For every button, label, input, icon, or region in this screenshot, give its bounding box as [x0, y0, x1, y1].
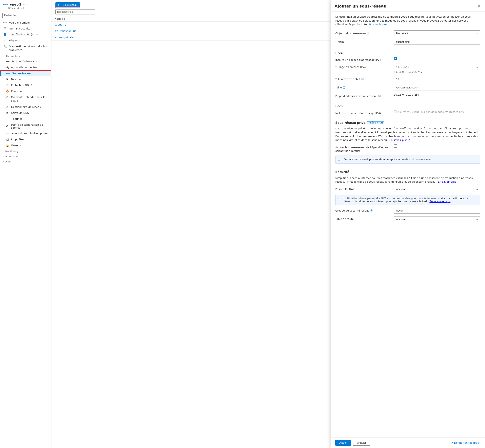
add-subnet-button[interactable]: + + Sous-réseau — [56, 2, 80, 7]
passerelle-nat-info-icon[interactable]: ⓘ — [355, 187, 357, 191]
sidebar-item-gestionnaire[interactable]: ⚙ Gestionnaire de réseau — [0, 104, 51, 110]
table-column-name: Nom ↑↓ — [55, 17, 65, 20]
sidebar-item-espace[interactable]: ⟷ Espace d'adressage — [0, 58, 51, 64]
appareils-icon: 🔌 — [6, 66, 9, 69]
info-note-text: Ce paramètre n'est plus modifiable après… — [343, 158, 432, 161]
sidebar-item-controle[interactable]: 👤 Contrôle d'accès (IAM) — [0, 32, 51, 37]
sidebar-item-points-terminaison[interactable]: ⚙ Points de terminaison de service — [0, 122, 51, 131]
private-section-header: Sous-réseau privé PRÉVERSION — [335, 121, 480, 125]
add-subnet-label: + Sous-réseau — [61, 3, 77, 6]
sidebar-item-label: Verrous — [11, 144, 21, 147]
cancel-button[interactable]: Annuler — [353, 440, 370, 446]
sidebar-item-verrous[interactable]: 🔒 Verrous — [0, 143, 51, 148]
add-button[interactable]: Ajouter — [335, 440, 351, 446]
feedback-link[interactable]: ↗ Donner un feedback — [451, 441, 480, 444]
sidebar-item-points-terminaison-prives[interactable]: ⟷ Points de terminaison privés — [0, 131, 51, 136]
vue-ensemble-icon: ⟷ — [3, 21, 7, 24]
main-search-input[interactable] — [56, 9, 95, 15]
peerings-icon: ⟷ — [6, 117, 9, 120]
securite-desc: Simplifiez l'accès à Internet pour les m… — [335, 176, 480, 184]
sidebar-navigation: ⟷ Vue d'ensemble 📋 Journal d'activité 👤 … — [0, 20, 51, 448]
table-route-control: Aucun(e) — [394, 216, 480, 222]
private-subnet-description: Les sous-réseaux privés améliorent la sé… — [335, 127, 480, 142]
activer-prive-checkbox[interactable] — [394, 144, 397, 148]
sidebar-item-appareils[interactable]: 🔌 Appareils connectés — [0, 64, 51, 70]
sidebar-item-journal[interactable]: 📋 Journal d'activité — [0, 25, 51, 32]
plage-sous-reseau-text: 10.0.3.0 - 10.0.3.255 — [394, 93, 419, 96]
groupe-securite-select[interactable]: Aucun — [394, 208, 480, 214]
table-route-select[interactable]: Aucun(e) — [394, 216, 480, 222]
groupe-securite-row: Groupe de sécurité réseau ⓘ Aucun — [335, 208, 480, 214]
sidebar-item-proprietes[interactable]: 📊 Propriétés — [0, 136, 51, 143]
objectif-label: Objectif du sous-réseau ⓘ — [335, 31, 391, 35]
objectif-info-icon[interactable]: ⓘ — [367, 32, 369, 35]
bastion-icon: ✖ — [6, 78, 9, 81]
plage-ipv4-select[interactable]: 10.0.0.0/16 — [394, 64, 480, 70]
sidebar-item-bastion[interactable]: ✖ Bastion — [0, 76, 51, 82]
favorite-icon[interactable]: ☆ — [23, 3, 25, 6]
taille-control: /24 (256 adresses) — [394, 85, 480, 90]
learn-more-link[interactable]: En savoir plus ↗ — [369, 23, 390, 26]
adresse-debut-info-icon[interactable]: ⓘ — [361, 77, 364, 81]
objectif-select[interactable]: Par défaut — [394, 31, 480, 36]
nat-info-box: ℹ L'utilisation d'une passerelle NAT est… — [335, 195, 480, 205]
sidebar-item-label: Contrôle d'accès (IAM) — [9, 33, 38, 36]
sidebar-section-monitoring[interactable]: › Monitoring — [0, 148, 51, 153]
securite-learn-more-link[interactable]: En savoir plus — [438, 180, 456, 183]
adresse-debut-input[interactable] — [394, 76, 480, 82]
sidebar-section-parametres[interactable]: ∨ Paramètres — [0, 53, 51, 58]
sidebar-item-label: Vue d'ensemble — [9, 21, 30, 24]
nom-control — [394, 39, 480, 45]
sidebar-item-serveurs-dns[interactable]: 🖥 Serveurs DNS — [0, 110, 51, 116]
sidebar-item-sous-reseaux[interactable]: ⟷ Sous-réseaux — [0, 70, 51, 76]
nat-learn-more-link[interactable]: En savoir plus ↗ — [429, 200, 450, 203]
plage-ipv4-info-icon[interactable]: ⓘ — [367, 65, 369, 69]
sidebar-item-label: Protection DDoS — [11, 84, 32, 87]
sidebar-item-pare-feu[interactable]: 🔥 Pare-feu — [0, 88, 51, 94]
sidebar-item-vue-ensemble[interactable]: ⟷ Vue d'ensemble — [0, 20, 51, 25]
plage-ipv4-label: * Plage d'adresses IPv4 ⓘ — [335, 64, 391, 69]
controle-icon: 👤 — [3, 33, 7, 36]
sidebar-section-automation[interactable]: › Automation — [0, 153, 51, 159]
inclure-ipv6-checkbox[interactable] — [394, 110, 397, 113]
panel-close-button[interactable]: ✕ — [477, 3, 481, 9]
plage-sous-reseau-row: Plage d'adresses de sous-réseau ⓘ 10.0.3… — [335, 93, 480, 98]
groupe-securite-info-icon[interactable]: ⓘ — [370, 209, 373, 213]
pare-feu-icon: 🔥 — [6, 89, 9, 93]
sidebar-section-aide[interactable]: › Aide — [0, 159, 51, 164]
panel-body: Sélectionnez un espace d'adressage et co… — [331, 12, 485, 437]
info-icon: ℹ — [338, 158, 342, 161]
section-label: Paramètres — [6, 55, 20, 58]
sidebar-item-protection-ddos[interactable]: 🛡 Protection DDoS — [0, 82, 51, 88]
inclure-ipv6-control: Ce réseau virtuel n'a pas de plages d'ad… — [394, 110, 480, 113]
required-star: * — [335, 40, 337, 43]
verrous-icon: 🔒 — [6, 144, 9, 147]
plage-sous-reseau-info-icon[interactable]: ⓘ — [378, 94, 381, 98]
passerelle-nat-row: Passerelle NAT ⓘ Aucun(e) — [335, 186, 480, 192]
sidebar-search-container — [0, 11, 51, 20]
info-note-box: ℹ Ce paramètre n'est plus modifiable apr… — [335, 156, 480, 164]
taille-info-icon[interactable]: ⓘ — [343, 86, 345, 89]
sidebar-item-etiquettes[interactable]: 🏷 Étiquettes — [0, 37, 51, 43]
nom-info-icon[interactable]: ⓘ — [345, 40, 347, 44]
plage-ipv4-row: * Plage d'adresses IPv4 ⓘ 10.0.0.0/16 10… — [335, 64, 480, 73]
more-options-icon[interactable]: ··· — [27, 3, 29, 6]
feedback-icon: ↗ — [451, 441, 453, 444]
sidebar-item-diagnostiquer[interactable]: 🔧 Diagnostiquer et résoudre les problème… — [0, 43, 51, 53]
taille-select[interactable]: /24 (256 adresses) — [394, 85, 480, 90]
panel-description: Sélectionnez un espace d'adressage et co… — [335, 15, 480, 26]
sidebar-item-peerings[interactable]: ⟷ Peerings — [0, 116, 51, 122]
nom-input[interactable] — [394, 39, 480, 45]
sidebar-item-label: Propriétés — [11, 138, 24, 141]
points-terminaison-icon: ⚙ — [6, 125, 9, 128]
sidebar-item-label: Sous-réseaux — [12, 72, 32, 75]
inclure-ipv4-checkbox[interactable] — [394, 57, 397, 60]
sidebar-search-input[interactable] — [2, 13, 49, 18]
preview-badge: PRÉVERSION — [367, 121, 384, 124]
sidebar: ⟷ vnet-1 ☆ ··· Réseau virtuel ⟷ Vue d'en… — [0, 0, 51, 448]
sidebar-subtitle: Réseau virtuel — [8, 7, 48, 9]
passerelle-nat-select[interactable]: Aucun(e) — [394, 186, 480, 192]
sidebar-item-microsoft-defender[interactable]: 🛡 Microsoft Defender pour le cloud — [0, 94, 51, 104]
private-learn-more-link[interactable]: En savoir plus ↗ — [389, 138, 410, 142]
footer-actions: Ajouter Annuler — [335, 440, 370, 446]
